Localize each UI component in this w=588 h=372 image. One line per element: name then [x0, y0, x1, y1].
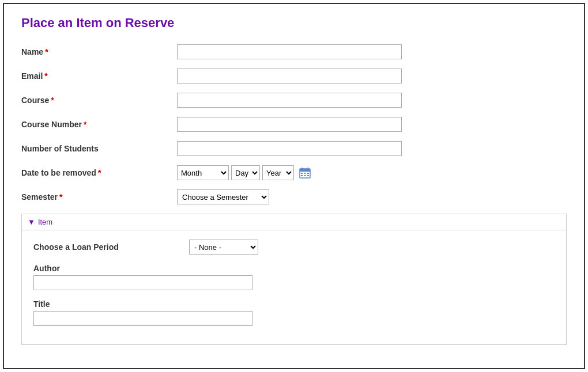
semester-row: Semester* Choose a Semester Spring Summe…: [21, 189, 567, 204]
title-label: Title: [33, 299, 555, 309]
date-row: Date to be removed* Month JanuaryFebruar…: [21, 165, 567, 180]
course-label: Course*: [21, 96, 177, 105]
calendar-icon[interactable]: [299, 166, 311, 179]
course-input[interactable]: [177, 93, 402, 108]
author-input[interactable]: [33, 275, 252, 290]
course-row: Course*: [21, 93, 567, 108]
svg-rect-2: [301, 168, 303, 170]
date-selects: Month JanuaryFebruaryMarch AprilMayJune …: [177, 165, 311, 180]
collapse-icon: ▼: [28, 218, 35, 226]
svg-rect-3: [307, 168, 308, 170]
item-section-toggle[interactable]: ▼ Item: [22, 214, 566, 230]
svg-rect-7: [301, 175, 303, 176]
day-select[interactable]: Day 12345 678910 1112131415 1617181920 2…: [231, 165, 260, 180]
course-number-input[interactable]: [177, 117, 402, 132]
email-input[interactable]: [177, 69, 402, 83]
loan-period-row: Choose a Loan Period - None - 2 Hour 1 D…: [33, 240, 555, 255]
name-row: Name*: [21, 44, 567, 59]
title-input[interactable]: [33, 311, 252, 326]
svg-rect-9: [307, 175, 309, 176]
svg-rect-6: [307, 173, 309, 174]
svg-rect-1: [300, 169, 310, 172]
page-title: Place an Item on Reserve: [21, 16, 567, 31]
title-group: Title: [33, 299, 555, 326]
date-label: Date to be removed*: [21, 168, 177, 177]
svg-rect-5: [304, 173, 306, 174]
course-number-label: Course Number*: [21, 120, 177, 129]
page-container: Place an Item on Reserve Name* Email* Co…: [3, 3, 585, 369]
semester-select[interactable]: Choose a Semester Spring Summer Fall Win…: [177, 189, 269, 204]
author-group: Author: [33, 264, 555, 290]
month-select[interactable]: Month JanuaryFebruaryMarch AprilMayJune …: [177, 165, 229, 180]
svg-rect-8: [304, 175, 306, 176]
item-section-body: Choose a Loan Period - None - 2 Hour 1 D…: [22, 230, 566, 344]
semester-label: Semester*: [21, 192, 177, 202]
email-label: Email*: [21, 71, 177, 81]
num-students-label: Number of Students: [21, 144, 177, 153]
author-label: Author: [33, 264, 555, 273]
num-students-input[interactable]: [177, 141, 402, 156]
item-section-label: Item: [38, 218, 52, 226]
course-number-row: Course Number*: [21, 117, 567, 132]
svg-rect-4: [301, 173, 303, 174]
name-label: Name*: [21, 47, 177, 56]
name-input[interactable]: [177, 44, 402, 59]
year-select[interactable]: Year 2024202520262027: [262, 165, 294, 180]
loan-period-label: Choose a Loan Period: [33, 242, 189, 252]
loan-period-select[interactable]: - None - 2 Hour 1 Day 3 Day 1 Week: [189, 240, 258, 255]
num-students-row: Number of Students: [21, 141, 567, 156]
email-row: Email*: [21, 69, 567, 83]
item-section: ▼ Item Choose a Loan Period - None - 2 H…: [21, 214, 567, 345]
